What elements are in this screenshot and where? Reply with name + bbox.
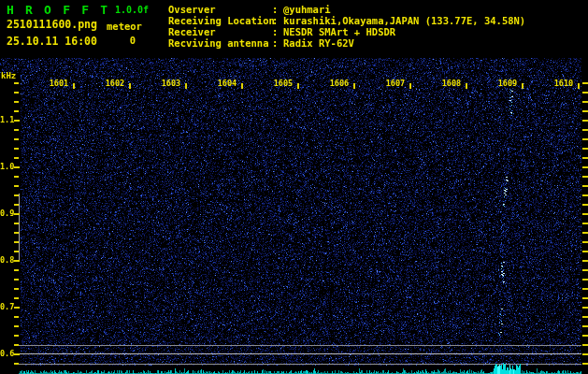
meteor-counter-label: meteor: [107, 22, 142, 32]
info-colon: :: [272, 38, 278, 49]
freq-tick-label: 0.8: [0, 256, 14, 265]
meteor-counter-value: 0: [124, 36, 141, 46]
app-title: H R O F F T: [7, 4, 109, 16]
info-value: @yuhmari: [283, 5, 331, 15]
info-value: NESDR SMArt + HDSDR: [283, 27, 395, 37]
info-label: Receiving Location: [168, 16, 275, 26]
time-tick-label: 1610: [552, 79, 575, 88]
info-label: Ovserver: [168, 5, 216, 15]
freq-tick-label: 0.9: [0, 209, 14, 218]
output-filename: 2510111600.png: [7, 20, 97, 31]
freq-axis-unit: kHz: [1, 72, 16, 80]
info-value: Radix RY-62V: [283, 38, 354, 49]
time-tick-label: 1609: [496, 79, 519, 88]
time-tick-label: 1607: [384, 79, 407, 88]
freq-tick-label: 1.0: [0, 163, 14, 171]
time-tick-label: 1604: [216, 79, 238, 88]
time-tick-label: 1601: [48, 79, 70, 88]
observation-timestamp: 25.10.11 16:00: [7, 36, 97, 48]
app-version: 1.0.0f: [115, 6, 149, 15]
info-colon: :: [272, 27, 278, 37]
time-tick-label: 1606: [328, 79, 351, 88]
hrofft-screen: H R O F F T 1.0.0f 2510111600.png 25.10.…: [0, 0, 588, 374]
time-tick-label: 1603: [160, 79, 182, 88]
freq-tick-label: 0.6: [0, 350, 14, 358]
time-tick-label: 1608: [440, 79, 463, 88]
freq-tick-label: 0.7: [0, 303, 14, 311]
info-label: Receiver: [168, 27, 216, 37]
time-tick-label: 1602: [104, 79, 126, 88]
freq-tick-label: 1.1: [0, 116, 14, 124]
info-colon: :: [272, 16, 278, 26]
info-value: kurashiki,Okayama,JAPAN (133.77E, 34.58N…: [283, 16, 525, 26]
info-colon: :: [272, 5, 278, 15]
info-label: Recviving antenna: [168, 38, 268, 49]
time-tick-label: 1605: [272, 79, 294, 88]
spectrogram-canvas: [0, 0, 588, 374]
